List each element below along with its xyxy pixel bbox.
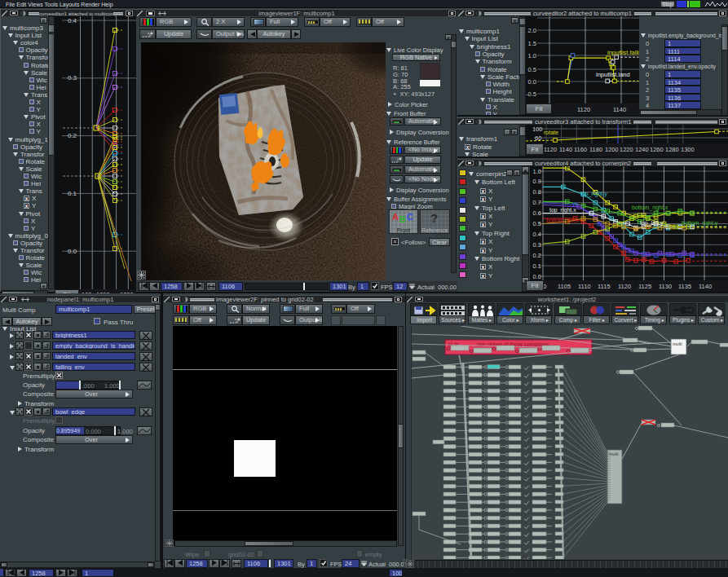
svg-text:0.7: 0.7 (533, 199, 541, 206)
svg-text:1.0: 1.0 (533, 168, 541, 175)
svg-text:60: 60 (535, 134, 541, 142)
svg-text:top_left.y: top_left.y (640, 220, 664, 227)
svg-text:100: 100 (532, 126, 543, 133)
svg-text:bottom_right.y: bottom_right.y (682, 220, 718, 227)
svg-text:0.3: 0.3 (68, 74, 77, 81)
svg-text:0.4: 0.4 (533, 231, 541, 238)
svg-text:rotate: rotate (544, 130, 558, 135)
svg-text:multi: multi (673, 341, 682, 346)
svg-text:bottom_right.x: bottom_right.x (632, 205, 668, 211)
svg-text:0.1: 0.1 (533, 262, 541, 270)
svg-text:inputlist.fallin: inputlist.fallin (607, 49, 639, 56)
svg-text:0.0: 0.0 (533, 273, 541, 280)
svg-text:0.0: 0.0 (528, 78, 536, 86)
svg-text:top_right.y: top_right.y (580, 191, 607, 197)
svg-text:0.2: 0.2 (68, 132, 77, 139)
svg-text:-0.5: -0.5 (526, 90, 536, 98)
svg-text:0.6: 0.6 (533, 209, 541, 217)
svg-text:0.2: 0.2 (533, 252, 541, 259)
svg-text:0.8: 0.8 (533, 188, 541, 196)
svg-text:0.9: 0.9 (533, 178, 541, 185)
svg-text:0.5: 0.5 (528, 66, 536, 73)
svg-text:0.5: 0.5 (533, 220, 541, 227)
svg-text:0.0: 0.0 (68, 248, 77, 255)
svg-text:0.3: 0.3 (533, 241, 541, 249)
svg-text:0.1: 0.1 (68, 190, 77, 197)
svg-text:inputlist.land: inputlist.land (596, 71, 630, 78)
svg-text:2.0: 2.0 (528, 27, 536, 34)
svg-text:0.4: 0.4 (68, 17, 77, 24)
svg-text:bottom_left.x: bottom_left.x (546, 218, 580, 224)
svg-text:top_right.x: top_right.x (549, 207, 576, 214)
svg-text:1.5: 1.5 (528, 40, 536, 47)
svg-text:1.0: 1.0 (528, 52, 536, 59)
